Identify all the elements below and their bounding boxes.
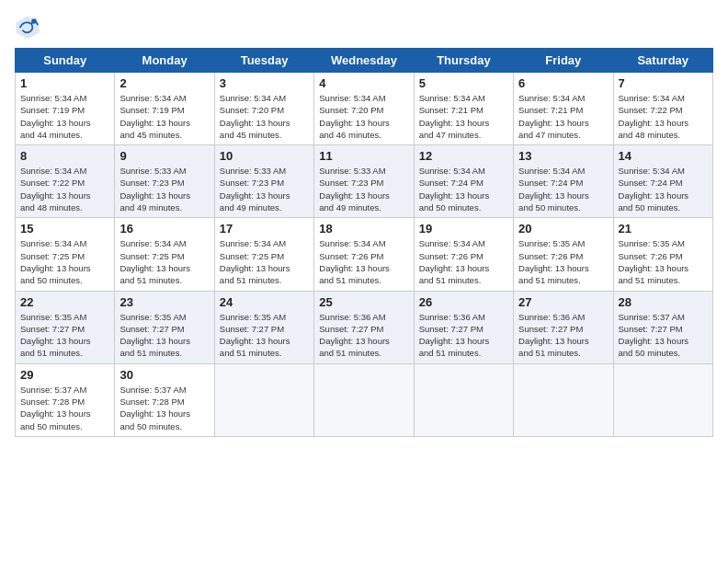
day-info: Sunrise: 5:34 AM Sunset: 7:25 PM Dayligh… [220,237,309,286]
day-info: Sunrise: 5:35 AM Sunset: 7:27 PM Dayligh… [20,311,109,360]
day-number: 29 [20,368,109,382]
day-info: Sunrise: 5:34 AM Sunset: 7:21 PM Dayligh… [419,92,508,141]
day-info: Sunrise: 5:34 AM Sunset: 7:19 PM Dayligh… [119,92,209,141]
calendar-day-cell: 22Sunrise: 5:35 AM Sunset: 7:27 PM Dayli… [16,291,115,363]
day-number: 22 [20,295,109,309]
logo [15,15,42,40]
calendar-day-cell: 23Sunrise: 5:35 AM Sunset: 7:27 PM Dayli… [115,291,214,363]
day-number: 5 [419,76,508,90]
day-info: Sunrise: 5:34 AM Sunset: 7:21 PM Dayligh… [518,92,608,141]
day-info: Sunrise: 5:35 AM Sunset: 7:26 PM Dayligh… [518,237,608,286]
calendar-day-cell: 12Sunrise: 5:34 AM Sunset: 7:24 PM Dayli… [414,145,513,218]
weekday-header-thursday: Thursday [414,49,513,73]
day-number: 2 [119,76,209,90]
calendar-day-cell: 28Sunrise: 5:37 AM Sunset: 7:27 PM Dayli… [613,291,712,363]
day-info: Sunrise: 5:35 AM Sunset: 7:27 PM Dayligh… [119,311,209,360]
day-info: Sunrise: 5:34 AM Sunset: 7:20 PM Dayligh… [220,92,309,141]
day-number: 10 [220,149,309,163]
day-info: Sunrise: 5:34 AM Sunset: 7:26 PM Dayligh… [319,237,408,286]
calendar-day-cell: 21Sunrise: 5:35 AM Sunset: 7:26 PM Dayli… [613,218,712,291]
calendar-header-row: SundayMondayTuesdayWednesdayThursdayFrid… [16,49,713,73]
weekday-header-wednesday: Wednesday [314,49,414,73]
calendar-day-cell: 4Sunrise: 5:34 AM Sunset: 7:20 PM Daylig… [314,73,414,145]
day-number: 25 [319,295,408,309]
day-number: 17 [220,222,309,236]
day-info: Sunrise: 5:34 AM Sunset: 7:22 PM Dayligh… [20,165,109,213]
day-number: 1 [20,76,109,90]
day-number: 9 [119,149,209,163]
calendar-day-cell: 1Sunrise: 5:34 AM Sunset: 7:19 PM Daylig… [16,73,115,145]
day-number: 28 [619,295,708,309]
day-number: 24 [220,295,309,309]
page-header [15,15,713,40]
day-info: Sunrise: 5:35 AM Sunset: 7:27 PM Dayligh… [220,311,309,360]
day-info: Sunrise: 5:34 AM Sunset: 7:25 PM Dayligh… [119,237,209,286]
day-number: 20 [518,222,608,236]
calendar-day-cell: 6Sunrise: 5:34 AM Sunset: 7:21 PM Daylig… [514,73,613,145]
calendar-day-cell: 7Sunrise: 5:34 AM Sunset: 7:22 PM Daylig… [613,73,712,145]
calendar-body: 1Sunrise: 5:34 AM Sunset: 7:19 PM Daylig… [16,73,713,437]
calendar-week-row: 29Sunrise: 5:37 AM Sunset: 7:28 PM Dayli… [16,363,713,436]
logo-icon [15,15,40,40]
calendar-day-cell: 20Sunrise: 5:35 AM Sunset: 7:26 PM Dayli… [514,218,613,291]
day-number: 3 [220,76,309,90]
day-info: Sunrise: 5:34 AM Sunset: 7:25 PM Dayligh… [20,237,109,286]
calendar-day-cell: 19Sunrise: 5:34 AM Sunset: 7:26 PM Dayli… [414,218,513,291]
weekday-header-tuesday: Tuesday [214,49,313,73]
calendar-day-cell: 16Sunrise: 5:34 AM Sunset: 7:25 PM Dayli… [115,218,214,291]
weekday-header-friday: Friday [514,49,613,73]
calendar-day-cell: 15Sunrise: 5:34 AM Sunset: 7:25 PM Dayli… [16,218,115,291]
day-number: 8 [20,149,109,163]
calendar-empty-cell [514,363,613,436]
calendar-day-cell: 5Sunrise: 5:34 AM Sunset: 7:21 PM Daylig… [414,73,513,145]
calendar-day-cell: 17Sunrise: 5:34 AM Sunset: 7:25 PM Dayli… [214,218,313,291]
day-number: 6 [518,76,608,90]
weekday-header-saturday: Saturday [613,49,712,73]
calendar-empty-cell [314,363,414,436]
svg-point-1 [31,18,37,24]
calendar-week-row: 22Sunrise: 5:35 AM Sunset: 7:27 PM Dayli… [16,291,713,363]
weekday-header-sunday: Sunday [16,49,115,73]
calendar-week-row: 1Sunrise: 5:34 AM Sunset: 7:19 PM Daylig… [16,73,713,145]
calendar-day-cell: 29Sunrise: 5:37 AM Sunset: 7:28 PM Dayli… [16,363,115,436]
day-number: 27 [518,295,608,309]
day-number: 23 [119,295,209,309]
calendar-day-cell: 9Sunrise: 5:33 AM Sunset: 7:23 PM Daylig… [115,145,214,218]
day-number: 21 [619,222,708,236]
day-number: 15 [20,222,109,236]
day-info: Sunrise: 5:37 AM Sunset: 7:28 PM Dayligh… [20,384,109,432]
day-info: Sunrise: 5:36 AM Sunset: 7:27 PM Dayligh… [419,311,508,360]
calendar-empty-cell [214,363,313,436]
day-info: Sunrise: 5:34 AM Sunset: 7:24 PM Dayligh… [419,165,508,213]
day-number: 30 [119,368,209,382]
calendar-day-cell: 14Sunrise: 5:34 AM Sunset: 7:24 PM Dayli… [613,145,712,218]
calendar-day-cell: 10Sunrise: 5:33 AM Sunset: 7:23 PM Dayli… [214,145,313,218]
day-number: 4 [319,76,408,90]
day-info: Sunrise: 5:33 AM Sunset: 7:23 PM Dayligh… [119,165,209,213]
calendar-day-cell: 26Sunrise: 5:36 AM Sunset: 7:27 PM Dayli… [414,291,513,363]
calendar-day-cell: 27Sunrise: 5:36 AM Sunset: 7:27 PM Dayli… [514,291,613,363]
calendar-day-cell: 25Sunrise: 5:36 AM Sunset: 7:27 PM Dayli… [314,291,414,363]
day-number: 13 [518,149,608,163]
day-info: Sunrise: 5:34 AM Sunset: 7:24 PM Dayligh… [619,165,708,213]
day-info: Sunrise: 5:36 AM Sunset: 7:27 PM Dayligh… [518,311,608,360]
day-info: Sunrise: 5:34 AM Sunset: 7:19 PM Dayligh… [20,92,109,141]
day-info: Sunrise: 5:33 AM Sunset: 7:23 PM Dayligh… [319,165,408,213]
day-info: Sunrise: 5:37 AM Sunset: 7:28 PM Dayligh… [119,384,209,432]
calendar-day-cell: 18Sunrise: 5:34 AM Sunset: 7:26 PM Dayli… [314,218,414,291]
calendar-day-cell: 30Sunrise: 5:37 AM Sunset: 7:28 PM Dayli… [115,363,214,436]
day-info: Sunrise: 5:34 AM Sunset: 7:24 PM Dayligh… [518,165,608,213]
day-info: Sunrise: 5:34 AM Sunset: 7:20 PM Dayligh… [319,92,408,141]
calendar-week-row: 8Sunrise: 5:34 AM Sunset: 7:22 PM Daylig… [16,145,713,218]
day-number: 7 [619,76,708,90]
calendar-day-cell: 24Sunrise: 5:35 AM Sunset: 7:27 PM Dayli… [214,291,313,363]
day-info: Sunrise: 5:34 AM Sunset: 7:26 PM Dayligh… [419,237,508,286]
calendar-week-row: 15Sunrise: 5:34 AM Sunset: 7:25 PM Dayli… [16,218,713,291]
calendar-day-cell: 11Sunrise: 5:33 AM Sunset: 7:23 PM Dayli… [314,145,414,218]
calendar-day-cell: 3Sunrise: 5:34 AM Sunset: 7:20 PM Daylig… [214,73,313,145]
day-number: 16 [119,222,209,236]
day-info: Sunrise: 5:34 AM Sunset: 7:22 PM Dayligh… [619,92,708,141]
calendar-day-cell: 13Sunrise: 5:34 AM Sunset: 7:24 PM Dayli… [514,145,613,218]
weekday-header-monday: Monday [115,49,214,73]
day-info: Sunrise: 5:33 AM Sunset: 7:23 PM Dayligh… [220,165,309,213]
